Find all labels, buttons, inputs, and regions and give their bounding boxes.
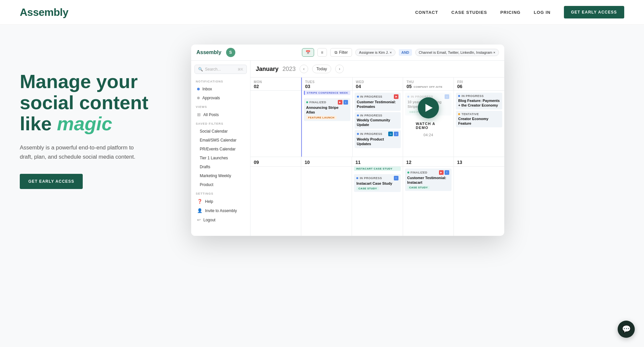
- icon-twitter3: t: [445, 94, 449, 99]
- filter-btn[interactable]: ⧉ Filter: [330, 48, 352, 57]
- status-dot-inprogress4: [407, 96, 409, 98]
- demo-label: WATCH A DEMO: [416, 122, 441, 130]
- list-view-btn[interactable]: ≡: [317, 48, 327, 57]
- event-weekly-community[interactable]: IN PROGRESS Weekly Community Update: [355, 112, 401, 129]
- chat-icon: 💬: [622, 325, 631, 333]
- sidebar-item-invite[interactable]: 👤 Invite to Assembly: [192, 206, 249, 215]
- cal-col-wed: WED 04 IN PROGRESS ▶: [353, 78, 403, 157]
- cal-col-tues: TUES 03 STRIPE CONFERENCE WEEK FINALIZED: [301, 78, 353, 157]
- social-calendar-label: Social Calendar: [200, 129, 228, 134]
- invite-label: Invite to Assembly: [205, 208, 237, 213]
- logout-label: Logout: [203, 218, 216, 222]
- cal-col-09: 09: [250, 157, 301, 236]
- search-placeholder: Search...: [205, 67, 221, 72]
- calendar-icon: 📅: [306, 50, 310, 55]
- event-title-testimonial-instacart: Customer Testimonial: Instacart: [407, 175, 449, 185]
- event-creator-economy[interactable]: TENTATIVE Creator Economy Feature: [456, 111, 502, 128]
- event-social-icons-instacart2: ▶ t: [439, 170, 449, 175]
- day-num-03: 03: [305, 84, 349, 89]
- sidebar-item-email-sms[interactable]: Email/SMS Calendar: [192, 136, 249, 144]
- sidebar-item-social-calendar[interactable]: Social Calendar: [192, 127, 249, 136]
- nav-login[interactable]: LOG IN: [534, 10, 551, 15]
- status-dot-finalized-instacart: [407, 172, 409, 174]
- event-customer-testimonial-postmates[interactable]: IN PROGRESS ▶ Customer Testimonial: Post…: [355, 93, 401, 111]
- event-stripe-atlas[interactable]: FINALIZED ▶ t Announcing Stripe Atlas FE…: [304, 98, 350, 121]
- cal-col-body-12: FINALIZED ▶ t Customer Testimonial: Inst…: [403, 167, 454, 236]
- approvals-label: Approvals: [202, 96, 220, 100]
- notifications-section-label: NOTIFICATIONS: [191, 77, 250, 84]
- demo-play-button[interactable]: [418, 97, 439, 118]
- status-dot-inprogress2: [357, 114, 359, 116]
- day-num-04: 04: [356, 84, 400, 89]
- nav-contact[interactable]: CONTACT: [415, 10, 438, 15]
- event-instacart-case-study[interactable]: IN PROGRESS t Instacart Case Study CASE …: [354, 174, 400, 192]
- chat-bubble[interactable]: 💬: [618, 321, 635, 338]
- cal-col-body-wed: IN PROGRESS ▶ Customer Testimonial: Post…: [353, 91, 403, 157]
- nav-pricing[interactable]: PRICING: [500, 10, 520, 15]
- day-num-09: 09: [254, 160, 298, 165]
- calendar-grid-row2: 09 10 11: [250, 157, 504, 236]
- calendar-next-btn[interactable]: ›: [335, 65, 344, 73]
- event-tag-feature-launch: FEATURE LAUNCH: [306, 116, 337, 119]
- sidebar-item-product[interactable]: Product: [192, 180, 249, 189]
- status-label-inprogress1: IN PROGRESS: [360, 95, 382, 98]
- day-num-13: 13: [457, 160, 501, 165]
- sidebar-search-box[interactable]: 🔍 Search... ⌘K: [194, 65, 247, 74]
- cal-col-header-10: 10: [301, 157, 352, 167]
- nav-cta-button[interactable]: GET EARLY ACCESS: [564, 6, 624, 18]
- product-label: Product: [200, 182, 213, 187]
- event-title-creator-economy: Creator Economy Feature: [458, 116, 500, 126]
- sidebar-item-all-posts[interactable]: ⊞ All Posts: [192, 110, 249, 119]
- nav-links: CONTACT CASE STUDIES PRICING LOG IN GET …: [415, 6, 624, 18]
- all-posts-icon: ⊞: [197, 112, 201, 117]
- sidebar-item-inbox[interactable]: Inbox: [192, 85, 249, 93]
- help-icon: ❓: [197, 199, 202, 204]
- app-window: Assembly S 📅 ≡ ⧉ Filter Assignee is Kim …: [191, 45, 504, 236]
- app-screenshot: Assembly S 📅 ≡ ⧉ Filter Assignee is Kim …: [191, 45, 624, 236]
- assignee-filter-text: Assignee is Kim J. ×: [359, 50, 392, 54]
- app-calendar: January 2023 ‹ Today › MON 02: [250, 61, 504, 236]
- icon-youtube: ▶: [338, 100, 342, 105]
- sidebar-item-tier1[interactable]: Tier 1 Launches: [192, 154, 249, 162]
- hero-cta-button[interactable]: GET EARLY ACCESS: [20, 174, 83, 189]
- calendar-today-btn[interactable]: Today: [312, 65, 331, 73]
- event-weekly-product[interactable]: IN PROGRESS in t Weekly Product Updates: [355, 130, 401, 148]
- icon-youtube2: ▶: [394, 94, 398, 99]
- list-icon: ≡: [321, 50, 323, 55]
- event-tag-case-study: CASE STUDY: [356, 187, 379, 190]
- help-label: Help: [205, 199, 213, 204]
- calendar-prev-btn[interactable]: ‹: [300, 65, 308, 73]
- day-name-tues: TUES: [305, 80, 349, 84]
- calendar-grid-row1: MON 02 TUES 03 STRIPE CONFERENCE WEEK: [250, 78, 504, 157]
- sidebar-item-pr-events[interactable]: PR/Events Calendar: [192, 145, 249, 153]
- sidebar-item-marketing[interactable]: Marketing Weekly: [192, 172, 249, 180]
- calendar-view-btn[interactable]: 📅: [302, 48, 314, 57]
- event-title-blog-payments: Blog Feature: Payments + the Creator Eco…: [458, 98, 500, 108]
- hero-headline: Manage your social content like magic: [20, 71, 171, 134]
- marketing-label: Marketing Weekly: [200, 174, 231, 178]
- off-site-badge: COMPANY OFF-SITE: [414, 85, 443, 88]
- event-tag-case-study2: CASE STUDY: [407, 186, 430, 189]
- event-social-icons: ▶ t: [338, 100, 348, 105]
- cal-col-body-11: IN PROGRESS t Instacart Case Study CASE …: [352, 172, 402, 236]
- nav-case-studies[interactable]: CASE STUDIES: [452, 10, 487, 15]
- status-label-tentative: TENTATIVE: [461, 112, 479, 116]
- event-social-icons-2: ▶: [394, 94, 398, 99]
- sidebar-item-logout[interactable]: ↩ Logout: [192, 215, 249, 224]
- app-header: Assembly S 📅 ≡ ⧉ Filter Assignee is Kim …: [191, 45, 504, 61]
- sidebar-item-drafts[interactable]: Drafts: [192, 163, 249, 171]
- cal-col-header-09: 09: [250, 157, 301, 167]
- drafts-label: Drafts: [200, 165, 210, 169]
- event-blog-payments[interactable]: IN PROGRESS Blog Feature: Payments + the…: [456, 93, 502, 110]
- day-num-06: 06: [457, 84, 501, 89]
- sidebar-item-help[interactable]: ❓ Help: [192, 197, 249, 206]
- cal-col-11: 11 INSTACART CASE STUDY IN PROGRESS: [352, 157, 403, 236]
- sidebar-item-approvals[interactable]: Approvals: [192, 94, 249, 102]
- cal-col-12: 12 FINALIZED ▶ t: [403, 157, 454, 236]
- event-customer-testimonial-instacart[interactable]: FINALIZED ▶ t Customer Testimonial: Inst…: [405, 169, 452, 191]
- cal-col-body-fri: IN PROGRESS Blog Feature: Payments + the…: [454, 91, 504, 157]
- invite-icon: 👤: [197, 208, 202, 213]
- cal-col-header-fri: FRI 06: [454, 78, 504, 91]
- channel-filter-text: Channel is Email, Twitter, LinkedIn, Ins…: [419, 50, 495, 54]
- approvals-dot: [197, 97, 200, 99]
